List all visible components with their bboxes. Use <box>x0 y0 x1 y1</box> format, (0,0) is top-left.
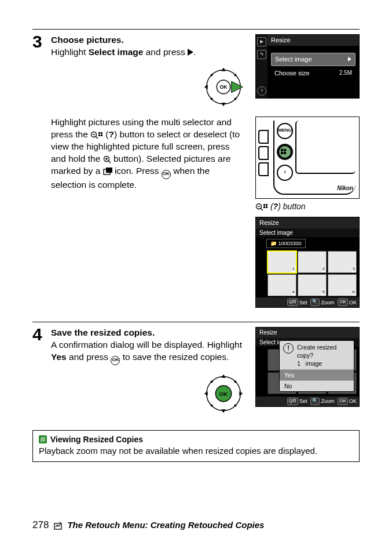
svg-point-42 <box>211 380 213 383</box>
svg-point-8 <box>235 74 237 76</box>
zoom-out-button-highlighted <box>277 144 293 160</box>
step-number: 3 <box>32 33 51 50</box>
svg-point-9 <box>211 97 213 100</box>
svg-point-7 <box>211 74 213 76</box>
step-number: 4 <box>32 326 51 343</box>
zoom-out-thumbnail-icon <box>255 203 268 211</box>
svg-line-48 <box>43 439 45 442</box>
ok-button-icon: OK <box>162 170 171 179</box>
resize-mark-icon <box>103 168 112 176</box>
page-footer: 278 The Retouch Menu: Creating Retouched… <box>32 519 264 532</box>
svg-point-43 <box>235 380 237 383</box>
thumbnail: 6 <box>328 274 357 296</box>
thumbnail: 5 <box>298 274 327 296</box>
step-4-para: Save the resized copies. A confirmation … <box>51 327 248 416</box>
svg-rect-15 <box>101 132 102 134</box>
svg-rect-24 <box>281 149 283 151</box>
zoom-in-icon <box>103 155 111 163</box>
svg-line-29 <box>261 208 263 210</box>
menu-row-choose-size: Choose size 2.5M <box>271 67 356 79</box>
brand-label: Nikon <box>337 184 353 192</box>
thumbnail: 2 <box>298 251 327 273</box>
section-title: The Retouch Menu: Creating Retouched Cop… <box>67 519 264 531</box>
ok-button-icon: OK <box>111 356 120 365</box>
multi-selector-diagram-right: OK <box>201 64 246 110</box>
svg-marker-6 <box>232 81 243 93</box>
size-value: 2.5M <box>339 69 352 77</box>
svg-line-12 <box>96 136 98 139</box>
svg-text:OK: OK <box>219 84 228 90</box>
camera-screen-thumbnail-grid: Resize Select image 📁 10003300 1 2 3 4 5… <box>255 217 360 308</box>
svg-rect-25 <box>284 149 286 151</box>
svg-point-10 <box>235 97 237 100</box>
thumbnail: 3 <box>328 251 357 273</box>
step-3: 3 Choose pictures. Highlight Select imag… <box>32 29 360 315</box>
i-button: i <box>277 165 293 181</box>
help-icon: ? <box>257 86 266 96</box>
svg-rect-27 <box>284 152 286 154</box>
page-number: 278 <box>32 519 49 532</box>
side-icon: ▶ <box>257 37 266 46</box>
camera-screen-confirm-dialog: Resize Select image ! <box>255 327 360 407</box>
confirmation-dialog: ! Create resized copy? 1 image Yes No <box>279 340 354 392</box>
svg-point-45 <box>235 404 237 406</box>
svg-marker-3 <box>221 68 226 71</box>
right-triangle-icon <box>188 49 193 56</box>
svg-point-44 <box>211 404 213 406</box>
svg-line-46 <box>41 437 45 442</box>
button-caption: (?) button <box>255 201 360 212</box>
svg-marker-40 <box>204 391 208 396</box>
step-3-para-1: Choose pictures. Highlight Select image … <box>51 34 248 110</box>
svg-rect-33 <box>263 206 265 208</box>
note-box: Viewing Resized Copies Playback zoom may… <box>32 430 360 462</box>
step-4: 4 Save the resized copies. A confirmatio… <box>32 322 360 423</box>
step-4-heading: Save the resized copies. <box>51 328 155 337</box>
svg-marker-38 <box>221 374 226 378</box>
side-icon: ✎ <box>257 50 266 59</box>
retouch-menu-icon <box>53 521 63 530</box>
note-title: Viewing Resized Copies <box>50 434 143 445</box>
zoom-out-thumbnail-icon <box>90 131 103 139</box>
camera-body-diagram: MENU i Nikon <box>255 117 360 199</box>
right-arrow-icon <box>348 57 351 61</box>
thumbnail: 4 <box>268 274 296 296</box>
camera-screen-resize-menu: ▶ ✎ ? Resize Select image <box>255 34 360 99</box>
svg-marker-39 <box>221 409 226 413</box>
svg-rect-26 <box>281 152 283 154</box>
svg-rect-14 <box>98 132 100 134</box>
svg-text:OK: OK <box>219 391 228 397</box>
svg-rect-32 <box>266 204 268 206</box>
svg-rect-23 <box>106 168 112 173</box>
note-body: Playback zoom may not be available when … <box>39 445 353 457</box>
dialog-option-yes: Yes <box>280 369 354 380</box>
svg-rect-34 <box>266 206 268 208</box>
step-3-para-2: Highlight pictures using the multi selec… <box>51 117 248 308</box>
svg-rect-16 <box>98 134 100 136</box>
thumbnail: 1 <box>268 251 296 273</box>
svg-line-19 <box>108 161 111 163</box>
menu-row-select-image: Select image <box>271 53 356 66</box>
multi-selector-diagram-ok: OK <box>201 371 246 416</box>
svg-line-47 <box>41 437 43 439</box>
note-icon <box>39 435 47 443</box>
dialog-option-no: No <box>280 380 354 391</box>
svg-rect-31 <box>263 204 265 206</box>
step-3-heading: Choose pictures. <box>51 35 124 45</box>
svg-rect-49 <box>54 523 61 529</box>
svg-marker-41 <box>239 391 243 396</box>
screen-title: Resize <box>268 35 359 46</box>
svg-marker-5 <box>204 85 208 89</box>
menu-button: MENU <box>277 123 293 139</box>
alert-icon: ! <box>283 343 294 354</box>
svg-marker-4 <box>221 103 226 106</box>
svg-rect-17 <box>101 134 102 136</box>
